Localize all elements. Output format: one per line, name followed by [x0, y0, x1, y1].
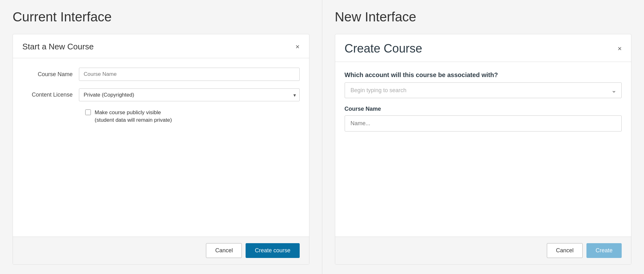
left-cancel-button[interactable]: Cancel — [206, 243, 242, 258]
left-modal: Start a New Course × Course Name Content… — [13, 34, 309, 265]
left-modal-body: Course Name Content License Private (Cop… — [13, 58, 309, 237]
account-search-select[interactable]: Begin typing to search — [345, 82, 622, 98]
right-panel-title: New Interface — [335, 9, 632, 25]
course-name-label: Course Name — [22, 71, 79, 78]
account-section: Which account will this course be associ… — [345, 71, 622, 98]
left-modal-footer: Cancel Create course — [13, 237, 309, 264]
account-question: Which account will this course be associ… — [345, 71, 622, 79]
right-create-button[interactable]: Create — [586, 243, 622, 258]
left-panel-title: Current Interface — [13, 9, 309, 25]
content-license-row: Content License Private (Copyrighted) Pu… — [22, 88, 300, 101]
course-name-input[interactable] — [79, 68, 300, 81]
course-name-row: Course Name — [22, 68, 300, 81]
left-create-button[interactable]: Create course — [246, 243, 299, 258]
right-modal-header: Create Course × — [335, 34, 631, 62]
account-search-wrapper: Begin typing to search ⌄ — [345, 82, 622, 98]
content-license-select[interactable]: Private (Copyrighted) Public Domain CC A… — [79, 88, 300, 101]
public-visibility-label: Make course publicly visible (student da… — [95, 109, 172, 124]
right-close-button[interactable]: × — [618, 45, 622, 52]
left-modal-header: Start a New Course × — [13, 34, 309, 58]
new-course-name-input[interactable] — [345, 115, 622, 131]
right-panel: New Interface Create Course × Which acco… — [322, 0, 644, 274]
right-modal-body: Which account will this course be associ… — [335, 62, 631, 237]
new-course-name-label: Course Name — [345, 106, 622, 112]
right-cancel-button[interactable]: Cancel — [547, 243, 583, 258]
right-modal-title: Create Course — [345, 42, 422, 55]
left-close-button[interactable]: × — [296, 43, 300, 50]
new-course-name-section: Course Name — [345, 106, 622, 131]
right-modal: Create Course × Which account will this … — [335, 34, 632, 265]
content-license-label: Content License — [22, 92, 79, 98]
public-visibility-row: Make course publicly visible (student da… — [85, 109, 300, 124]
left-modal-title: Start a New Course — [22, 42, 94, 52]
right-modal-footer: Cancel Create — [335, 237, 631, 264]
left-panel: Current Interface Start a New Course × C… — [0, 0, 322, 274]
content-license-wrapper: Private (Copyrighted) Public Domain CC A… — [79, 88, 300, 101]
public-visibility-checkbox[interactable] — [85, 109, 91, 115]
